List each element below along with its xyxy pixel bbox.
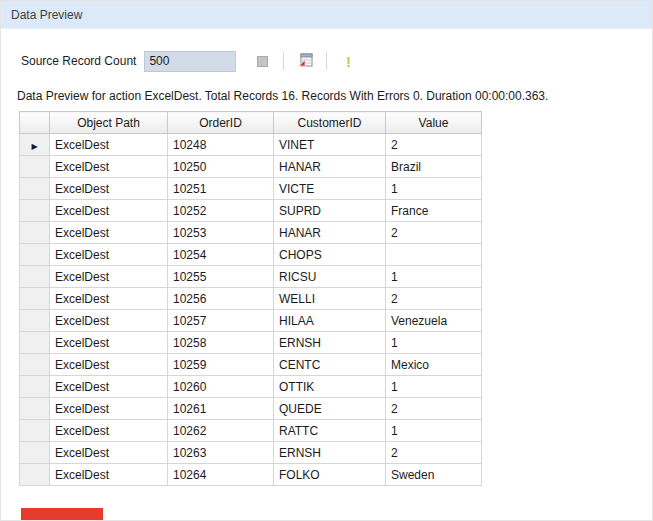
cell-order-id[interactable]: 10264	[168, 464, 274, 486]
cell-value[interactable]: 2	[386, 288, 482, 310]
table-row[interactable]: ExcelDest10263ERNSH2	[20, 442, 482, 464]
cell-order-id[interactable]: 10254	[168, 244, 274, 266]
cell-value[interactable]: 1	[386, 420, 482, 442]
cell-customer-id[interactable]: SUPRD	[274, 200, 386, 222]
row-selector-cell[interactable]	[20, 332, 50, 354]
table-row[interactable]: ExcelDest10254CHOPS	[20, 244, 482, 266]
cell-customer-id[interactable]: HANAR	[274, 156, 386, 178]
cell-object-path[interactable]: ExcelDest	[50, 464, 168, 486]
row-selector-cell[interactable]	[20, 156, 50, 178]
cell-value[interactable]: 2	[386, 398, 482, 420]
column-header-order-id[interactable]: OrderID	[168, 112, 274, 134]
cell-object-path[interactable]: ExcelDest	[50, 222, 168, 244]
cell-customer-id[interactable]: CHOPS	[274, 244, 386, 266]
cell-value[interactable]: 1	[386, 376, 482, 398]
stop-button[interactable]	[250, 50, 274, 72]
cell-value[interactable]: Sweden	[386, 464, 482, 486]
row-selector-cell[interactable]	[20, 354, 50, 376]
cell-value[interactable]: 1	[386, 266, 482, 288]
cell-object-path[interactable]: ExcelDest	[50, 332, 168, 354]
cell-object-path[interactable]: ExcelDest	[50, 310, 168, 332]
cell-customer-id[interactable]: VICTE	[274, 178, 386, 200]
column-header-value[interactable]: Value	[386, 112, 482, 134]
cell-order-id[interactable]: 10253	[168, 222, 274, 244]
cell-object-path[interactable]: ExcelDest	[50, 244, 168, 266]
cell-value[interactable]: 1	[386, 178, 482, 200]
table-row[interactable]: ExcelDest10253HANAR2	[20, 222, 482, 244]
select-all-header[interactable]	[20, 112, 50, 134]
cell-order-id[interactable]: 10248	[168, 134, 274, 156]
table-row[interactable]: ExcelDest10261QUEDE2	[20, 398, 482, 420]
cell-order-id[interactable]: 10257	[168, 310, 274, 332]
cell-order-id[interactable]: 10256	[168, 288, 274, 310]
row-selector-cell[interactable]	[20, 244, 50, 266]
refresh-preview-button[interactable]	[293, 50, 317, 72]
cell-object-path[interactable]: ExcelDest	[50, 178, 168, 200]
row-selector-cell[interactable]	[20, 178, 50, 200]
cell-object-path[interactable]: ExcelDest	[50, 156, 168, 178]
cell-customer-id[interactable]: QUEDE	[274, 398, 386, 420]
cell-order-id[interactable]: 10251	[168, 178, 274, 200]
cell-order-id[interactable]: 10261	[168, 398, 274, 420]
cell-object-path[interactable]: ExcelDest	[50, 376, 168, 398]
cell-object-path[interactable]: ExcelDest	[50, 266, 168, 288]
cell-customer-id[interactable]: RICSU	[274, 266, 386, 288]
cell-order-id[interactable]: 10255	[168, 266, 274, 288]
cell-customer-id[interactable]: HILAA	[274, 310, 386, 332]
cell-customer-id[interactable]: OTTIK	[274, 376, 386, 398]
cell-customer-id[interactable]: HANAR	[274, 222, 386, 244]
row-selector-cell[interactable]	[20, 310, 50, 332]
cell-value[interactable]: Mexico	[386, 354, 482, 376]
cell-value[interactable]: 2	[386, 222, 482, 244]
cell-object-path[interactable]: ExcelDest	[50, 420, 168, 442]
cell-object-path[interactable]: ExcelDest	[50, 288, 168, 310]
source-record-count-input[interactable]	[144, 51, 236, 72]
table-row[interactable]: ▶ExcelDest10248VINET2	[20, 134, 482, 156]
cell-order-id[interactable]: 10259	[168, 354, 274, 376]
warning-button[interactable]: !	[336, 50, 360, 72]
row-selector-cell[interactable]	[20, 200, 50, 222]
row-selector-cell[interactable]	[20, 376, 50, 398]
cell-value[interactable]: Brazil	[386, 156, 482, 178]
cell-order-id[interactable]: 10250	[168, 156, 274, 178]
cell-customer-id[interactable]: VINET	[274, 134, 386, 156]
cell-value[interactable]: 2	[386, 442, 482, 464]
table-row[interactable]: ExcelDest10252SUPRDFrance	[20, 200, 482, 222]
cell-order-id[interactable]: 10258	[168, 332, 274, 354]
table-row[interactable]: ExcelDest10256WELLI2	[20, 288, 482, 310]
cell-object-path[interactable]: ExcelDest	[50, 200, 168, 222]
cell-customer-id[interactable]: RATTC	[274, 420, 386, 442]
row-selector-cell[interactable]	[20, 288, 50, 310]
cell-value[interactable]: Venezuela	[386, 310, 482, 332]
column-header-object-path[interactable]: Object Path	[50, 112, 168, 134]
table-row[interactable]: ExcelDest10255RICSU1	[20, 266, 482, 288]
row-selector-cell[interactable]	[20, 420, 50, 442]
table-row[interactable]: ExcelDest10264FOLKOSweden	[20, 464, 482, 486]
table-row[interactable]: ExcelDest10258ERNSH1	[20, 332, 482, 354]
cell-value[interactable]: 1	[386, 332, 482, 354]
row-selector-cell[interactable]	[20, 442, 50, 464]
cell-object-path[interactable]: ExcelDest	[50, 442, 168, 464]
cell-customer-id[interactable]: ERNSH	[274, 332, 386, 354]
cell-customer-id[interactable]: ERNSH	[274, 442, 386, 464]
cell-object-path[interactable]: ExcelDest	[50, 398, 168, 420]
cell-value[interactable]: 2	[386, 134, 482, 156]
table-row[interactable]: ExcelDest10260OTTIK1	[20, 376, 482, 398]
cell-order-id[interactable]: 10252	[168, 200, 274, 222]
row-selector-cell[interactable]	[20, 222, 50, 244]
table-row[interactable]: ExcelDest10262RATTC1	[20, 420, 482, 442]
cell-object-path[interactable]: ExcelDest	[50, 354, 168, 376]
row-selector-cell[interactable]	[20, 398, 50, 420]
cell-order-id[interactable]: 10262	[168, 420, 274, 442]
row-selector-cell[interactable]	[20, 266, 50, 288]
table-row[interactable]: ExcelDest10250HANARBrazil	[20, 156, 482, 178]
row-selector-cell[interactable]: ▶	[20, 134, 50, 156]
cell-customer-id[interactable]: WELLI	[274, 288, 386, 310]
cell-object-path[interactable]: ExcelDest	[50, 134, 168, 156]
cell-value[interactable]	[386, 244, 482, 266]
cell-customer-id[interactable]: FOLKO	[274, 464, 386, 486]
cell-value[interactable]: France	[386, 200, 482, 222]
table-row[interactable]: ExcelDest10251VICTE1	[20, 178, 482, 200]
table-row[interactable]: ExcelDest10259CENTCMexico	[20, 354, 482, 376]
column-header-customer-id[interactable]: CustomerID	[274, 112, 386, 134]
